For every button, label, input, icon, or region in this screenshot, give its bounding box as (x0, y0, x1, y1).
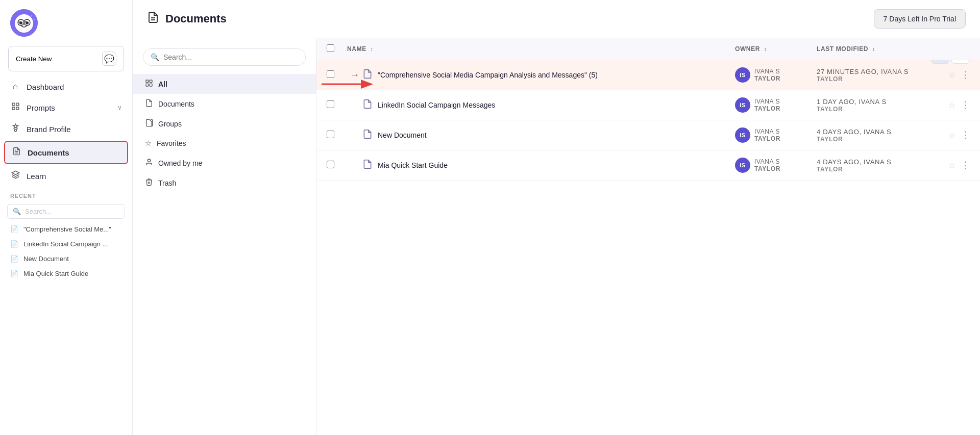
recent-section-label: RECENT (0, 187, 132, 201)
row-1-modified-sub: Taylor (817, 106, 929, 113)
row-3-owner-name-line: Ivana S (754, 158, 780, 165)
recent-item-icon-0: 📄 (10, 225, 18, 233)
table-row[interactable]: → "Comprehensive Social Media Campaign A… (316, 60, 980, 90)
table-row[interactable]: New Document IS Ivana S Taylor 4 days ag… (316, 120, 980, 150)
row-1-checkbox[interactable] (327, 100, 334, 108)
row-3-owner-name-sub: Taylor (754, 165, 780, 172)
filter-trash-label: Trash (158, 179, 176, 187)
filter-all[interactable]: All (133, 74, 316, 94)
row-1-owner-avatar: IS (735, 97, 750, 113)
row-3-star-button[interactable]: ☆ (948, 161, 955, 170)
row-0-checkbox-cell (327, 70, 347, 80)
svg-rect-11 (12, 107, 15, 110)
trial-badge-text: 7 Days Left In Pro Trial (884, 15, 956, 23)
content-search-bar[interactable]: 🔍 (143, 48, 306, 66)
filter-owned-by-me[interactable]: Owned by me (133, 153, 316, 173)
row-1-more-button[interactable]: ⋮ (961, 99, 970, 111)
recent-item-0[interactable]: 📄 "Comprehensive Social Me..." (0, 222, 132, 237)
row-2-name-cell: New Document (362, 129, 735, 142)
topbar: Documents 7 Days Left In Pro Trial (133, 0, 980, 38)
sidebar-item-label-learn: Learn (27, 172, 46, 181)
row-0-owner-name-line: Ivana S (754, 68, 780, 75)
filter-trash[interactable]: Trash (133, 173, 316, 193)
search-icon: 🔍 (151, 53, 159, 61)
prompts-icon (10, 102, 20, 113)
row-3-modified-cell: 4 days ago, Ivana S Taylor (817, 158, 929, 173)
left-filter-panel: 🔍 All Documents Groups (133, 38, 316, 435)
filter-all-icon (145, 79, 153, 89)
filter-documents[interactable]: Documents (133, 94, 316, 114)
row-3-more-button[interactable]: ⋮ (961, 160, 970, 171)
row-2-more-button[interactable]: ⋮ (961, 130, 970, 141)
row-2-owner-avatar: IS (735, 127, 750, 143)
row-3-owner-name: Ivana S Taylor (754, 158, 780, 172)
svg-rect-9 (12, 103, 15, 106)
recent-search-bar[interactable]: 🔍 Search... (7, 204, 125, 219)
table-row[interactable]: Mia Quick Start Guide IS Ivana S Taylor … (316, 150, 980, 181)
sidebar-item-learn[interactable]: Learn (0, 165, 132, 187)
recent-item-2[interactable]: 📄 New Document (0, 251, 132, 266)
row-1-doc-icon (362, 99, 373, 112)
prompts-chevron-icon: ∨ (117, 104, 122, 111)
page-title: Documents (147, 11, 227, 27)
row-2-doc-icon (362, 129, 373, 142)
row-1-star-button[interactable]: ☆ (948, 100, 955, 110)
row-0-modified-cell: 27 minutes ago, Ivana S Taylor (817, 68, 929, 83)
sidebar: ✦ ✦ Create New 💬 ⌂ Dashboard (0, 0, 133, 435)
header-name[interactable]: NAME ↕ (347, 45, 735, 53)
row-3-doc-icon (362, 159, 373, 172)
row-0-name-text: "Comprehensive Social Media Campaign Ana… (378, 71, 598, 79)
row-0-more-button[interactable]: ⋮ (961, 69, 970, 81)
document-list: NAME ↕ OWNER ↕ LAST MODIFIED ↕ (316, 38, 980, 435)
search-input[interactable] (163, 53, 298, 61)
row-1-owner-name-line: Ivana S (754, 98, 780, 105)
row-1-modified-cell: 1 day ago, Ivana S Taylor (817, 98, 929, 113)
svg-point-22 (148, 159, 150, 162)
filter-documents-label: Documents (158, 100, 194, 108)
filter-groups-icon (145, 119, 153, 129)
filter-groups[interactable]: Groups (133, 114, 316, 134)
row-2-star-button[interactable]: ☆ (948, 131, 955, 140)
row-2-actions: ☆ ⋮ (929, 130, 970, 141)
row-0-star-button[interactable]: ☆ (948, 70, 955, 80)
row-2-owner-cell: IS Ivana S Taylor (735, 127, 817, 143)
row-2-name-text: New Document (378, 131, 427, 139)
row-1-name-cell: LinkedIn Social Campaign Messages (362, 99, 735, 112)
row-2-checkbox[interactable] (327, 131, 334, 138)
recent-item-3[interactable]: 📄 Mia Quick Start Guide (0, 266, 132, 281)
table-header: NAME ↕ OWNER ↕ LAST MODIFIED ↕ (316, 38, 980, 60)
trial-badge[interactable]: 7 Days Left In Pro Trial (874, 9, 966, 29)
row-2-owner-name-sub: Taylor (754, 135, 780, 142)
row-2-owner-name: Ivana S Taylor (754, 128, 780, 142)
row-1-owner-name: Ivana S Taylor (754, 98, 780, 112)
sidebar-logo: ✦ ✦ (0, 0, 132, 44)
page-title-text: Documents (165, 12, 227, 25)
row-0-checkbox[interactable] (327, 70, 334, 78)
header-owner[interactable]: OWNER ↕ (735, 45, 817, 53)
filter-favorites-icon: ☆ (145, 139, 152, 148)
row-0-doc-icon (362, 69, 373, 82)
filter-favorites[interactable]: ☆ Favorites (133, 134, 316, 153)
row-0-arrow-indicator: → (347, 70, 362, 81)
sidebar-item-dashboard[interactable]: ⌂ Dashboard (0, 76, 132, 97)
sidebar-item-prompts[interactable]: Prompts ∨ (0, 97, 132, 118)
row-3-owner-cell: IS Ivana S Taylor (735, 158, 817, 173)
row-2-modified-cell: 4 days ago, Ivana S Taylor (817, 128, 929, 143)
filter-groups-label: Groups (158, 120, 182, 128)
table-row[interactable]: LinkedIn Social Campaign Messages IS Iva… (316, 90, 980, 120)
sidebar-item-documents[interactable]: Documents (5, 142, 127, 163)
recent-search-placeholder: Search... (25, 208, 52, 215)
recent-item-icon-1: 📄 (10, 240, 18, 248)
app-logo: ✦ ✦ (10, 9, 38, 37)
select-all-checkbox[interactable] (327, 44, 334, 52)
create-new-button[interactable]: Create New 💬 (8, 46, 124, 71)
sidebar-item-brand-profile[interactable]: Brand Profile (0, 118, 132, 140)
header-modified[interactable]: LAST MODIFIED ↕ (817, 45, 929, 53)
recent-item-icon-2: 📄 (10, 255, 18, 263)
brand-profile-icon (10, 123, 20, 135)
row-3-checkbox[interactable] (327, 161, 334, 168)
owner-sort-icon: ↕ (764, 46, 767, 52)
recent-item-1[interactable]: 📄 LinkedIn Social Campaign ... (0, 237, 132, 251)
row-0-actions: ☆ ⋮ (929, 69, 970, 81)
svg-rect-12 (16, 107, 18, 110)
